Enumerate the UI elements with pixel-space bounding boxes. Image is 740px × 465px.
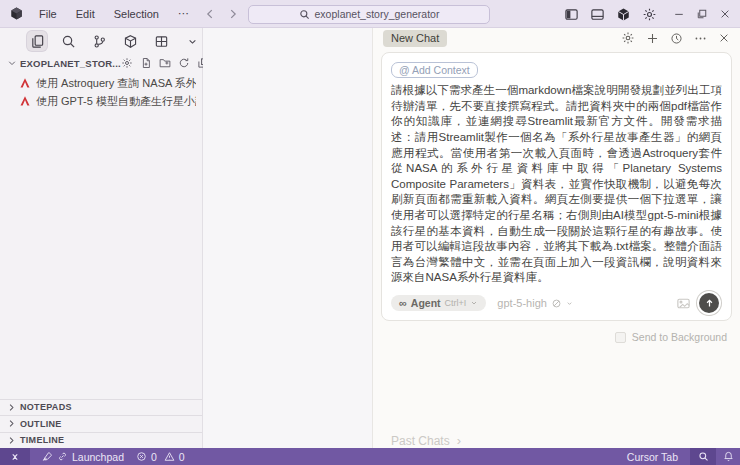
explorer-tab-icon[interactable] [27, 31, 47, 51]
chevron-right-icon [7, 403, 16, 412]
past-chats-label: Past Chats [391, 434, 450, 448]
chat-message-part2: 開發需求描述：請用Streamlit製作一個名為「系外行星故事產生器」的網頁應用… [391, 115, 722, 283]
chat-panel: New Chat @ Add Context 請根據以下需求產生一個markdo… [372, 28, 740, 448]
file-name: 使用 Astroquery 查詢 NASA 系外行星... [36, 76, 196, 91]
windows-tab-icon[interactable] [151, 31, 171, 51]
chevron-down-icon [566, 300, 573, 307]
chat-input-card[interactable]: @ Add Context 請根據以下需求產生一個markdown檔案說明開發規… [381, 52, 732, 321]
chat-close-icon[interactable] [718, 32, 730, 44]
app-logo-icon [9, 6, 25, 22]
attach-image-icon[interactable] [676, 296, 691, 311]
send-to-background-label: Send to Background [632, 331, 727, 343]
launchpad-button[interactable]: Launchpad [42, 451, 124, 463]
agent-mode-selector[interactable]: ∞ Agent Ctrl+I [391, 295, 486, 311]
chat-message-text[interactable]: 請根據以下需求產生一個markdown檔案說明開發規劃並列出工項待辦清單，先不要… [391, 83, 722, 286]
new-chat-tab[interactable]: New Chat [383, 30, 447, 47]
menu-selection[interactable]: Selection [114, 8, 159, 20]
pdf-file-icon [19, 95, 31, 107]
model-name-label: gpt-5-high [497, 297, 547, 309]
editor-area[interactable] [203, 28, 372, 448]
titlebar-actions [564, 0, 740, 28]
sidebar-spacer [0, 110, 202, 399]
file-name: 使用 GPT-5 模型自動產生行星小說故... [36, 94, 196, 109]
sidebar-section-notepads[interactable]: NOTEPADS [0, 399, 202, 416]
chevron-right-icon [7, 436, 16, 445]
send-button[interactable] [699, 293, 719, 313]
chat-send-controls [676, 293, 722, 313]
error-icon [136, 451, 147, 462]
sidebar-section-timeline[interactable]: TIMELINE [0, 432, 202, 449]
rocket-icon [42, 451, 53, 462]
statusbar-search-button[interactable] [690, 448, 716, 465]
problems-indicator[interactable]: 0 0 [136, 451, 185, 463]
notifications-bell-button[interactable] [716, 451, 740, 462]
past-chats-link[interactable]: Past Chats › [391, 433, 740, 448]
search-tab-icon[interactable] [58, 31, 78, 51]
activity-bar [0, 28, 202, 54]
section-label: TIMELINE [20, 435, 64, 445]
pdf-file-icon [19, 77, 31, 89]
cursor-tab-toggle[interactable]: Cursor Tab [627, 451, 678, 463]
statusbar-right: Cursor Tab [627, 448, 740, 465]
chat-settings-gear-icon[interactable] [621, 31, 635, 45]
chevron-right-icon: › [457, 433, 461, 448]
search-icon [299, 9, 310, 20]
menu-edit[interactable]: Edit [76, 8, 95, 20]
source-control-tab-icon[interactable] [89, 31, 109, 51]
remote-indicator[interactable] [0, 448, 30, 465]
warning-icon [164, 451, 175, 462]
bell-icon [723, 451, 734, 462]
new-file-icon[interactable] [140, 57, 152, 69]
agent-shortcut-label: Ctrl+I [445, 298, 467, 308]
search-value: exoplanet_story_generator [315, 8, 440, 20]
app-window: File Edit Selection ⋯ exoplanet_story_ge… [0, 0, 740, 465]
link-icon [57, 451, 68, 462]
chat-history-clock-icon[interactable] [670, 32, 683, 45]
refresh-icon[interactable] [178, 57, 190, 69]
back-icon[interactable] [203, 7, 217, 21]
model-selector[interactable]: gpt-5-high [497, 297, 573, 309]
chat-input-toolbar: ∞ Agent Ctrl+I gpt-5-high [391, 293, 722, 313]
chat-more-ellipsis-icon[interactable] [694, 32, 707, 45]
send-to-background-checkbox[interactable] [615, 332, 626, 343]
file-row-gpt5-pdf[interactable]: 使用 GPT-5 模型自動產生行星小說故... [0, 92, 202, 110]
chat-header: New Chat [373, 28, 740, 48]
sidebar: EXOPLANET_STOR... 使用 Astroquery 查詢 NASA … [0, 28, 203, 448]
agent-mode-label: Agent [411, 297, 441, 309]
main-area: EXOPLANET_STOR... 使用 Astroquery 查詢 NASA … [0, 28, 740, 448]
command-search-box[interactable]: exoplanet_story_generator [248, 5, 490, 24]
folder-settings-gear-icon[interactable] [121, 57, 133, 69]
new-chat-plus-icon[interactable] [646, 32, 659, 45]
remote-icon [9, 451, 21, 463]
close-window-icon[interactable] [719, 8, 731, 20]
menu-file[interactable]: File [39, 8, 57, 20]
web-access-icon [551, 298, 562, 309]
extensions-tab-icon[interactable] [120, 31, 140, 51]
sidebar-section-outline[interactable]: OUTLINE [0, 415, 202, 432]
file-row-astroquery-pdf[interactable]: 使用 Astroquery 查詢 NASA 系外行星... [0, 74, 202, 92]
restore-icon[interactable] [696, 8, 708, 20]
forward-icon[interactable] [226, 7, 240, 21]
toggle-panel-icon[interactable] [590, 7, 605, 22]
explorer-section-header[interactable]: EXOPLANET_STOR... [0, 54, 202, 72]
status-bar: Launchpad 0 0 Cursor Tab [0, 448, 740, 465]
section-label: NOTEPADS [20, 402, 72, 412]
title-bar: File Edit Selection ⋯ exoplanet_story_ge… [0, 0, 740, 28]
warning-count: 0 [179, 451, 185, 463]
error-count: 0 [151, 451, 157, 463]
activity-more-chevron-icon[interactable] [182, 31, 202, 51]
explorer-folder-title: EXOPLANET_STOR... [20, 58, 121, 69]
new-folder-icon[interactable] [159, 57, 171, 69]
add-context-chip[interactable]: @ Add Context [391, 62, 478, 78]
minimize-icon[interactable] [673, 8, 685, 20]
chevron-down-icon [7, 58, 17, 68]
send-to-background-row: Send to Background [373, 331, 727, 343]
chat-header-actions [621, 31, 730, 45]
launchpad-label: Launchpad [72, 451, 124, 463]
cursor-cube-icon[interactable] [616, 7, 631, 22]
infinity-icon: ∞ [399, 297, 407, 309]
menu-more[interactable]: ⋯ [178, 7, 189, 20]
settings-gear-icon[interactable] [642, 7, 657, 22]
section-label: OUTLINE [20, 419, 62, 429]
toggle-sidebar-icon[interactable] [564, 7, 579, 22]
